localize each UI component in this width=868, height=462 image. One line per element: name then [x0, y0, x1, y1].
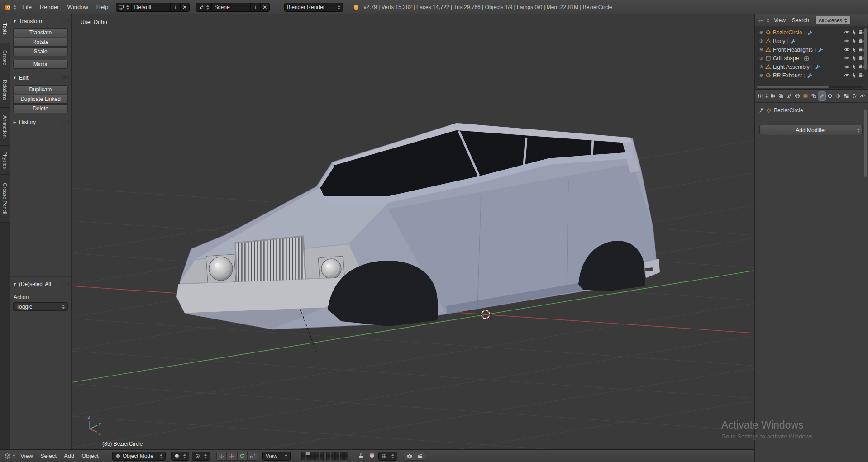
editor-type-button-properties[interactable] [757, 91, 769, 100]
scene-delete-button[interactable]: ✕ [260, 3, 270, 12]
outliner-hscrollbar[interactable] [757, 86, 863, 88]
outliner-row-beziercircle[interactable]: ⊕ BezierCircle | [755, 28, 868, 37]
lock-to-scene-button[interactable] [357, 452, 366, 461]
layer-toggle[interactable] [344, 456, 348, 460]
pin-icon[interactable] [758, 108, 764, 113]
outliner-menu-search[interactable]: Search [789, 17, 812, 24]
tab-texture[interactable] [842, 92, 850, 100]
panel-grip-handle[interactable] [62, 120, 69, 124]
tab-tools[interactable]: Tools [0, 14, 10, 43]
menu-add[interactable]: Add [60, 449, 78, 462]
tab-modifiers[interactable] [818, 92, 826, 100]
layer-toggle[interactable] [306, 456, 310, 460]
expand-icon[interactable]: ⊕ [759, 30, 763, 35]
outliner-row-front-headlights[interactable]: ⊕ Front Headlights | [755, 45, 868, 54]
translate-manipulator-button[interactable] [227, 452, 237, 461]
screen-layout-name-field[interactable]: Default [132, 3, 171, 12]
expand-icon[interactable]: ⊕ [759, 73, 763, 78]
object-name[interactable]: Grill shape [773, 55, 799, 62]
rotate-button[interactable]: Rotate [13, 38, 68, 47]
object-name[interactable]: RR Exhaust [773, 72, 802, 79]
editor-type-button-3d[interactable] [3, 452, 17, 461]
tab-physics[interactable] [858, 92, 866, 100]
layer-toggle[interactable] [340, 456, 344, 460]
snap-element-dropdown[interactable] [378, 452, 397, 461]
opengl-render-still-button[interactable] [405, 452, 415, 461]
properties-scrollbar[interactable] [864, 110, 867, 177]
panel-grip-handle[interactable] [62, 282, 69, 286]
snap-toggle-button[interactable] [367, 452, 377, 461]
tab-grease-pencil[interactable]: Grease Pencil [0, 175, 10, 223]
editor-type-button-info[interactable] [3, 3, 18, 12]
layer-toggle[interactable] [301, 456, 305, 460]
delete-button[interactable]: Delete [13, 104, 68, 113]
tab-create[interactable]: Create [0, 43, 10, 72]
translate-button[interactable]: Translate [13, 28, 68, 37]
menu-file[interactable]: File [19, 0, 35, 14]
viewport-canvas[interactable]: z y x [72, 14, 754, 449]
layer-toggle[interactable] [326, 452, 330, 456]
breadcrumb-object-name[interactable]: BezierCircle [774, 107, 803, 114]
pivot-center-dropdown[interactable] [192, 452, 210, 461]
expand-icon[interactable]: ⊕ [759, 56, 763, 61]
visibility-eye-icon[interactable] [844, 64, 850, 70]
expand-icon[interactable]: ⊕ [759, 38, 763, 43]
outliner-row-light-assembly[interactable]: ⊕ Light Assembly | [755, 62, 868, 71]
object-name[interactable]: Front Headlights [773, 47, 813, 53]
tab-render-layers[interactable] [777, 92, 785, 100]
outliner-row-rr-exhaust[interactable]: ⊕ RR Exhaust | [755, 71, 868, 80]
mode-dropdown[interactable]: Object Mode [112, 452, 166, 461]
opengl-render-anim-button[interactable] [415, 452, 425, 461]
renderable-camera-icon[interactable] [858, 64, 864, 70]
panel-open-icon[interactable]: ▼ [13, 76, 17, 80]
panel-header-history[interactable]: ► History [13, 119, 69, 126]
selectable-arrow-icon[interactable] [851, 38, 857, 44]
tab-scene[interactable] [786, 92, 793, 100]
expand-icon[interactable]: ⊕ [759, 47, 763, 52]
renderable-camera-icon[interactable] [858, 55, 864, 61]
panel-header-deselect-all[interactable]: ▼ (De)select All [13, 281, 69, 288]
tab-animation[interactable]: Animation [0, 108, 10, 146]
scene-name-field[interactable]: Scene [212, 3, 251, 12]
action-toggle-dropdown[interactable]: Toggle [13, 302, 68, 311]
scale-manipulator-button[interactable] [248, 452, 258, 461]
renderable-camera-icon[interactable] [858, 72, 864, 78]
outliner-scope-dropdown[interactable]: All Scenes [815, 16, 851, 24]
layer-toggle[interactable] [340, 452, 344, 456]
panel-open-icon[interactable]: ▼ [13, 282, 17, 286]
object-name[interactable]: Light Assembly [773, 64, 810, 70]
tab-physics[interactable]: Physics [0, 146, 10, 175]
selectable-arrow-icon[interactable] [851, 64, 857, 70]
menu-help[interactable]: Help [93, 0, 112, 14]
layer-toggle-active[interactable] [306, 452, 310, 456]
manipulator-axis-button[interactable] [216, 452, 227, 461]
panel-grip-handle[interactable] [62, 76, 69, 80]
tab-constraints[interactable] [810, 92, 818, 100]
tab-object-data[interactable] [826, 92, 834, 100]
viewport-shading-dropdown[interactable] [171, 452, 189, 461]
outliner-row-grill-shape[interactable]: ⊕ Grill shape | [755, 54, 868, 62]
render-engine-dropdown[interactable]: Blender Render [284, 3, 343, 12]
visibility-eye-icon[interactable] [844, 72, 850, 78]
object-name[interactable]: BezierCircle [773, 29, 802, 36]
menu-object[interactable]: Object [78, 449, 102, 462]
layer-toggle[interactable] [331, 456, 335, 460]
outliner-scrollbar[interactable] [864, 28, 867, 70]
outliner-row-body[interactable]: ⊕ Body | [755, 37, 868, 45]
selectable-arrow-icon[interactable] [851, 47, 857, 52]
menu-select[interactable]: Select [37, 449, 60, 462]
screen-layout-delete-button[interactable]: ✕ [180, 3, 190, 12]
visibility-eye-icon[interactable] [844, 29, 850, 35]
layer-toggle[interactable] [331, 452, 335, 456]
screen-layout-browse-button[interactable] [116, 3, 132, 12]
editor-type-button-outliner[interactable] [757, 16, 771, 25]
rotate-manipulator-button[interactable] [237, 452, 248, 461]
tab-relations[interactable]: Relations [0, 72, 10, 108]
panel-header-edit[interactable]: ▼ Edit [13, 74, 69, 81]
tab-world[interactable] [794, 92, 801, 100]
renderable-camera-icon[interactable] [858, 38, 864, 44]
layer-toggle[interactable] [326, 456, 330, 460]
scale-button[interactable]: Scale [13, 47, 68, 56]
panel-header-transform[interactable]: ▼ Transform [13, 18, 69, 25]
selectable-arrow-icon[interactable] [851, 72, 857, 78]
